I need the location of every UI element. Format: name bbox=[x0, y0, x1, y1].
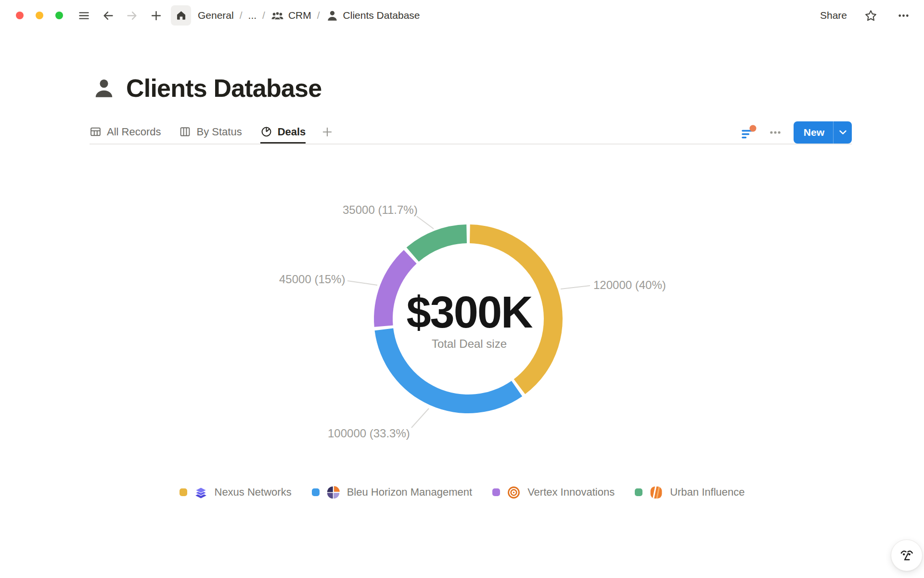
breadcrumb-separator: / bbox=[317, 10, 320, 21]
share-button[interactable]: Share bbox=[820, 10, 847, 21]
hamburger-icon bbox=[77, 9, 90, 22]
nexus-networks-logo-icon bbox=[193, 485, 208, 500]
filter-sort-button[interactable] bbox=[740, 124, 757, 141]
new-record-button-group: New bbox=[794, 121, 852, 144]
slice-label-urban: 35000 (11.7%) bbox=[343, 203, 418, 217]
arrow-right-icon bbox=[126, 9, 139, 22]
ai-assistant-button[interactable] bbox=[891, 539, 923, 571]
nav-back-button[interactable] bbox=[99, 6, 117, 25]
plus-icon bbox=[150, 9, 163, 22]
bleu-horizon-logo-icon bbox=[326, 485, 341, 500]
legend-swatch bbox=[312, 488, 320, 496]
slice-label-bleu-horizon: 100000 (33.3%) bbox=[328, 427, 410, 440]
breadcrumb-item-ellipsis[interactable]: ... bbox=[248, 10, 257, 21]
chevron-down-icon bbox=[839, 130, 847, 135]
breadcrumb-separator: / bbox=[262, 10, 265, 21]
legend-item-urban-influence[interactable]: Urban Influence bbox=[635, 485, 744, 500]
view-more-options-button[interactable] bbox=[769, 126, 782, 139]
breadcrumb-label: General bbox=[198, 10, 234, 21]
donut-slice-3[interactable] bbox=[407, 224, 467, 262]
home-button[interactable] bbox=[171, 5, 191, 26]
favorite-button[interactable] bbox=[861, 6, 880, 25]
plus-icon bbox=[321, 126, 334, 138]
breadcrumb-separator: / bbox=[240, 10, 243, 21]
view-tabs: All Records By Status Deals bbox=[90, 120, 334, 144]
ai-face-icon bbox=[898, 547, 915, 564]
new-record-dropdown-button[interactable] bbox=[834, 130, 852, 135]
legend-swatch bbox=[492, 488, 500, 496]
tab-label: Deals bbox=[278, 126, 306, 138]
tab-deals[interactable]: Deals bbox=[260, 120, 306, 144]
page-title[interactable]: Clients Database bbox=[126, 74, 321, 103]
chart-total-value: $300K bbox=[406, 287, 532, 338]
page-person-icon[interactable] bbox=[92, 77, 116, 100]
breadcrumb-item-crm[interactable]: CRM bbox=[271, 9, 311, 22]
window-titlebar: General / ... / CRM / Clients Database S… bbox=[0, 0, 924, 31]
chart-total-caption: Total Deal size bbox=[432, 337, 507, 351]
arrow-left-icon bbox=[102, 9, 115, 22]
new-record-button[interactable]: New bbox=[794, 127, 833, 138]
home-icon bbox=[175, 10, 187, 22]
window-minimize-button[interactable] bbox=[36, 12, 43, 19]
breadcrumb-item-clients-database[interactable]: Clients Database bbox=[326, 9, 420, 22]
tabs-divider bbox=[90, 144, 852, 144]
nav-forward-button[interactable] bbox=[123, 6, 141, 25]
legend-item-bleu-horizon[interactable]: Bleu Horizon Management bbox=[312, 485, 472, 500]
pie-chart-view-icon bbox=[260, 126, 272, 138]
window-zoom-button[interactable] bbox=[55, 12, 63, 19]
star-icon bbox=[864, 9, 877, 22]
breadcrumb-item-general[interactable]: General bbox=[198, 10, 234, 21]
slice-label-vertex: 45000 (15%) bbox=[279, 273, 345, 286]
more-options-button[interactable] bbox=[894, 6, 912, 25]
legend-label: Urban Influence bbox=[670, 486, 744, 499]
legend-swatch bbox=[180, 488, 187, 496]
tab-label: All Records bbox=[107, 126, 161, 138]
legend-label: Bleu Horizon Management bbox=[347, 486, 472, 499]
view-actions: New bbox=[740, 121, 852, 144]
urban-influence-logo-icon bbox=[649, 485, 664, 500]
person-icon bbox=[326, 9, 339, 22]
tab-label: By Status bbox=[196, 126, 242, 138]
add-view-button[interactable] bbox=[321, 120, 334, 144]
view-tabs-bar: All Records By Status Deals bbox=[90, 120, 852, 144]
legend-swatch bbox=[635, 488, 642, 496]
table-view-icon bbox=[90, 126, 102, 138]
ellipsis-icon bbox=[769, 126, 782, 139]
breadcrumb-label: ... bbox=[248, 10, 257, 21]
breadcrumb-label: Clients Database bbox=[343, 10, 420, 21]
chart-legend: Nexus Networks Bleu Horizon Management V… bbox=[0, 482, 924, 503]
vertex-innovations-logo-icon bbox=[506, 485, 521, 500]
new-page-button[interactable] bbox=[147, 6, 165, 25]
filter-active-badge bbox=[749, 125, 756, 131]
breadcrumb-label: CRM bbox=[288, 10, 311, 21]
window-controls bbox=[16, 12, 63, 19]
people-icon bbox=[271, 9, 284, 22]
window-close-button[interactable] bbox=[16, 12, 24, 19]
tab-by-status[interactable]: By Status bbox=[179, 120, 242, 144]
ellipsis-icon bbox=[897, 9, 910, 22]
sidebar-toggle-button[interactable] bbox=[75, 6, 93, 25]
legend-label: Nexus Networks bbox=[215, 486, 292, 499]
board-view-icon bbox=[179, 126, 191, 138]
legend-item-vertex-innovations[interactable]: Vertex Innovations bbox=[492, 485, 615, 500]
breadcrumb: General / ... / CRM / Clients Database bbox=[198, 9, 420, 22]
legend-item-nexus-networks[interactable]: Nexus Networks bbox=[180, 485, 292, 500]
slice-label-nexus: 120000 (40%) bbox=[593, 278, 666, 292]
legend-label: Vertex Innovations bbox=[527, 486, 615, 499]
page-header: Clients Database bbox=[92, 71, 321, 105]
filter-lines-icon bbox=[743, 131, 752, 137]
tab-all-records[interactable]: All Records bbox=[90, 120, 161, 144]
